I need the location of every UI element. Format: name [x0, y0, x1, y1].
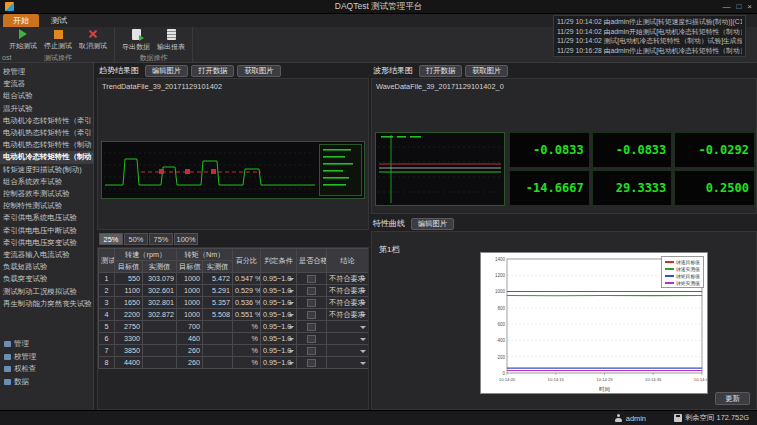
sidebar-bottom-item[interactable]: 管理	[0, 338, 93, 351]
sidebar-item[interactable]: 校管理	[0, 66, 93, 78]
cell-qualified	[297, 333, 327, 345]
cell-conclusion-dropdown[interactable]	[327, 321, 369, 333]
qualified-button[interactable]	[307, 299, 316, 307]
cell-conclusion-dropdown[interactable]	[327, 333, 369, 345]
qualified-button[interactable]	[307, 287, 316, 295]
sidebar: 校管理 变流器 组合试验 温升试验 电动机冷态转矩特性（牵引）[ 电动机热态转矩…	[0, 63, 94, 410]
cell-conclusion-dropdown[interactable]: 不符合要求	[327, 273, 369, 285]
wave-open-data-button[interactable]: 打开数据	[419, 65, 462, 77]
percent-tab[interactable]: 75%	[149, 233, 173, 245]
sidebar-item[interactable]: 测试制动工况模拟试验	[0, 286, 93, 298]
stop-test-button[interactable]: 停止测试	[42, 28, 74, 53]
cell-condition-dropdown[interactable]: 0.95~1.0	[261, 309, 297, 321]
table-row[interactable]: 4 2200 302.872 1000 5.508 0.551 % 0.95~1…	[99, 309, 369, 321]
sidebar-item[interactable]: 负载短路试验	[0, 261, 93, 273]
sidebar-item[interactable]: 电动机冷态转矩特性（制动）[	[0, 151, 93, 163]
qualified-button[interactable]	[307, 275, 316, 283]
sidebar-item[interactable]: 转矩速度扫描试验(制动)	[0, 164, 93, 176]
table-row[interactable]: 8 4400 260 % 0.95~1.0	[99, 357, 369, 369]
window-controls: — □ ×	[722, 0, 752, 13]
sidebar-item[interactable]: 组合系统效率试验	[0, 176, 93, 188]
sidebar-item[interactable]: 负载突变试验	[0, 273, 93, 285]
sidebar-item[interactable]: 电动机冷态转矩特性（牵引）[	[0, 115, 93, 127]
cell-conclusion-dropdown[interactable]: 不符合要求	[327, 309, 369, 321]
log-entry: 11/29 10:16:28 由admin停止测试[电动机冷态转矩特性（制动）]	[557, 46, 742, 56]
legend-item: 转矩实测值	[665, 279, 700, 286]
percent-tab[interactable]: 50%	[124, 233, 148, 245]
sidebar-item[interactable]: 控制器效率测试试验	[0, 188, 93, 200]
trend-get-image-button[interactable]: 获取图片	[237, 65, 280, 77]
sidebar-item[interactable]: 再生制动能力突然丧失试验	[0, 298, 93, 310]
cell-conclusion-dropdown[interactable]	[327, 357, 369, 369]
cell-conclusion-dropdown[interactable]: 不符合要求	[327, 297, 369, 309]
chevron-down-icon	[288, 314, 294, 317]
svg-text:10:14:05: 10:14:05	[499, 377, 516, 382]
svg-text:400: 400	[497, 338, 505, 343]
sidebar-bottom-item[interactable]: 权检查	[0, 363, 93, 376]
export-data-button[interactable]: 导出数据	[120, 28, 152, 53]
curve-edit-image-button[interactable]: 编辑图片	[411, 218, 454, 230]
table-row[interactable]: 5 2750 700 % 0.95~1.0	[99, 321, 369, 333]
qualified-button[interactable]	[307, 347, 316, 355]
sidebar-item[interactable]: 变流器	[0, 78, 93, 90]
cell-condition-dropdown[interactable]: 0.95~1.0	[261, 357, 297, 369]
cell-conclusion-dropdown[interactable]: 不符合要求	[327, 285, 369, 297]
header-speed-target: 目标值	[115, 261, 143, 273]
table-row[interactable]: 6 3300 460 % 0.95~1.0	[99, 333, 369, 345]
close-icon[interactable]: ×	[747, 0, 752, 13]
qualified-button[interactable]	[307, 335, 316, 343]
sidebar-item[interactable]: 控制特性测试试验	[0, 200, 93, 212]
stop-test-label: 停止测试	[44, 41, 72, 51]
percent-tab[interactable]: 25%	[99, 233, 123, 245]
qualified-button[interactable]	[307, 323, 316, 331]
cell-torque-target: 460	[177, 333, 203, 345]
cell-condition-dropdown[interactable]: 0.95~1.0	[261, 285, 297, 297]
sidebar-bottom-label: 权检查	[14, 363, 36, 376]
trend-open-data-button[interactable]: 打开数据	[191, 65, 234, 77]
table-row[interactable]: 2 1100 302.601 1000 5.291 0.529 % 0.95~1…	[99, 285, 369, 297]
wave-chart	[375, 132, 505, 206]
sidebar-item[interactable]: 牵引供电电压中断试验	[0, 225, 93, 237]
sidebar-item[interactable]: 电动机热态转矩特性（制动）[	[0, 139, 93, 151]
sidebar-item[interactable]: 电动机热态转矩特性（牵引）[	[0, 127, 93, 139]
curve-section-title: 特性曲线	[373, 218, 405, 229]
cell-qualified	[297, 273, 327, 285]
trend-edit-image-button[interactable]: 编辑图片	[145, 65, 188, 77]
ribbon-tab[interactable]: 测试	[41, 14, 77, 27]
app-window: DAQTest 测试管理平台 — □ × 开始 测试 开始测试	[0, 0, 757, 425]
led-value: -0.0833	[592, 132, 673, 168]
cell-condition-dropdown[interactable]: 0.95~1.0	[261, 345, 297, 357]
cell-percent: %	[233, 345, 261, 357]
ribbon-tab[interactable]: 开始	[3, 14, 39, 27]
cell-torque-target: 1000	[177, 309, 203, 321]
table-row[interactable]: 7 3850 260 % 0.95~1.0	[99, 345, 369, 357]
cell-condition-dropdown[interactable]: 0.95~1.0	[261, 273, 297, 285]
cell-conclusion-dropdown[interactable]	[327, 345, 369, 357]
cell-condition-dropdown[interactable]: 0.95~1.0	[261, 333, 297, 345]
cancel-test-button[interactable]: 取消测试	[77, 28, 109, 53]
sidebar-bottom-item[interactable]: 数据	[0, 376, 93, 389]
table-row[interactable]: 1 550 303.079 1000 5.472 0.547 % 0.95~1.…	[99, 273, 369, 285]
sidebar-item[interactable]: 组合试验	[0, 90, 93, 102]
cell-qualified	[297, 309, 327, 321]
start-test-button[interactable]: 开始测试	[7, 28, 39, 53]
sidebar-item[interactable]: 变流器输入电流试验	[0, 249, 93, 261]
cell-condition-dropdown[interactable]: 0.95~1.0	[261, 297, 297, 309]
cell-condition-dropdown[interactable]: 0.95~1.0	[261, 321, 297, 333]
percent-tab[interactable]: 100%	[174, 233, 198, 245]
legend-swatch	[665, 275, 674, 277]
sidebar-bottom-item[interactable]: 校管理	[0, 351, 93, 364]
update-button[interactable]: 更新	[715, 392, 750, 405]
chevron-down-icon	[288, 338, 294, 341]
cell-percent: %	[233, 357, 261, 369]
sidebar-item[interactable]: 牵引供电系统电压试验	[0, 212, 93, 224]
output-report-button[interactable]: 输出报表	[155, 28, 187, 53]
table-row[interactable]: 3 1650 302.801 1000 5.357 0.536 % 0.95~1…	[99, 297, 369, 309]
qualified-button[interactable]	[307, 359, 316, 367]
qualified-button[interactable]	[307, 311, 316, 319]
minimize-icon[interactable]: —	[722, 0, 730, 13]
wave-get-image-button[interactable]: 获取图片	[465, 65, 508, 77]
maximize-icon[interactable]: □	[736, 0, 741, 13]
sidebar-item[interactable]: 牵引供电电压突变试验	[0, 237, 93, 249]
sidebar-item[interactable]: 温升试验	[0, 103, 93, 115]
